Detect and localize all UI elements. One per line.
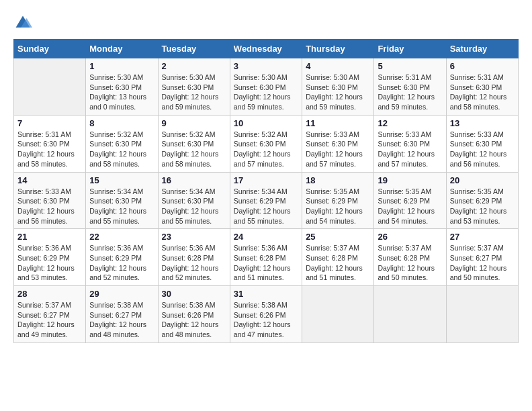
calendar-cell: 28Sunrise: 5:37 AM Sunset: 6:27 PM Dayli… xyxy=(14,286,86,343)
page-header xyxy=(13,13,519,32)
day-info: Sunrise: 5:37 AM Sunset: 6:28 PM Dayligh… xyxy=(306,243,370,283)
day-info: Sunrise: 5:34 AM Sunset: 6:29 PM Dayligh… xyxy=(234,187,298,226)
day-info: Sunrise: 5:36 AM Sunset: 6:29 PM Dayligh… xyxy=(17,243,82,283)
day-info: Sunrise: 5:32 AM Sunset: 6:30 PM Dayligh… xyxy=(234,130,298,169)
day-info: Sunrise: 5:35 AM Sunset: 6:29 PM Dayligh… xyxy=(378,187,442,226)
day-number: 11 xyxy=(306,118,370,128)
day-number: 22 xyxy=(89,232,154,242)
calendar-cell: 1Sunrise: 5:30 AM Sunset: 6:30 PM Daylig… xyxy=(86,58,158,116)
day-info: Sunrise: 5:31 AM Sunset: 6:30 PM Dayligh… xyxy=(378,73,442,112)
day-number: 15 xyxy=(89,175,154,185)
calendar-cell: 27Sunrise: 5:37 AM Sunset: 6:27 PM Dayli… xyxy=(446,229,518,286)
day-number: 8 xyxy=(89,118,154,128)
day-info: Sunrise: 5:37 AM Sunset: 6:27 PM Dayligh… xyxy=(450,243,515,283)
day-info: Sunrise: 5:35 AM Sunset: 6:29 PM Dayligh… xyxy=(450,187,515,226)
calendar-cell: 20Sunrise: 5:35 AM Sunset: 6:29 PM Dayli… xyxy=(446,172,518,229)
calendar-cell xyxy=(14,58,86,116)
day-header-tuesday: Tuesday xyxy=(158,40,230,58)
calendar-cell: 5Sunrise: 5:31 AM Sunset: 6:30 PM Daylig… xyxy=(374,58,446,116)
day-number: 12 xyxy=(378,118,442,128)
day-info: Sunrise: 5:37 AM Sunset: 6:27 PM Dayligh… xyxy=(17,300,82,340)
day-number: 6 xyxy=(450,61,515,71)
day-number: 14 xyxy=(17,175,82,185)
calendar-cell: 12Sunrise: 5:33 AM Sunset: 6:30 PM Dayli… xyxy=(374,115,446,172)
day-number: 28 xyxy=(17,289,82,299)
day-header-sunday: Sunday xyxy=(14,40,86,58)
day-number: 23 xyxy=(162,232,226,242)
day-number: 18 xyxy=(306,175,370,185)
day-number: 3 xyxy=(234,61,298,71)
calendar-cell: 22Sunrise: 5:36 AM Sunset: 6:29 PM Dayli… xyxy=(86,229,158,286)
calendar-cell: 24Sunrise: 5:36 AM Sunset: 6:28 PM Dayli… xyxy=(230,229,302,286)
day-number: 30 xyxy=(162,289,226,299)
day-info: Sunrise: 5:33 AM Sunset: 6:30 PM Dayligh… xyxy=(306,130,370,169)
day-info: Sunrise: 5:33 AM Sunset: 6:30 PM Dayligh… xyxy=(17,187,82,226)
day-info: Sunrise: 5:34 AM Sunset: 6:30 PM Dayligh… xyxy=(162,187,226,226)
day-header-wednesday: Wednesday xyxy=(230,40,302,58)
day-info: Sunrise: 5:31 AM Sunset: 6:30 PM Dayligh… xyxy=(450,73,515,112)
calendar-cell xyxy=(374,286,446,343)
calendar-cell: 23Sunrise: 5:36 AM Sunset: 6:28 PM Dayli… xyxy=(158,229,230,286)
day-number: 9 xyxy=(162,118,226,128)
calendar-cell: 7Sunrise: 5:31 AM Sunset: 6:30 PM Daylig… xyxy=(14,115,86,172)
calendar-cell: 29Sunrise: 5:38 AM Sunset: 6:27 PM Dayli… xyxy=(86,286,158,343)
day-info: Sunrise: 5:33 AM Sunset: 6:30 PM Dayligh… xyxy=(450,130,515,169)
day-header-saturday: Saturday xyxy=(446,40,518,58)
day-number: 13 xyxy=(450,118,515,128)
day-number: 17 xyxy=(234,175,298,185)
calendar-cell: 15Sunrise: 5:34 AM Sunset: 6:30 PM Dayli… xyxy=(86,172,158,229)
day-number: 26 xyxy=(378,232,442,242)
day-number: 5 xyxy=(378,61,442,71)
day-number: 24 xyxy=(234,232,298,242)
logo-icon xyxy=(13,13,32,32)
day-number: 10 xyxy=(234,118,298,128)
day-info: Sunrise: 5:30 AM Sunset: 6:30 PM Dayligh… xyxy=(89,73,154,112)
day-number: 7 xyxy=(17,118,82,128)
day-number: 2 xyxy=(162,61,226,71)
calendar-cell: 9Sunrise: 5:32 AM Sunset: 6:30 PM Daylig… xyxy=(158,115,230,172)
day-info: Sunrise: 5:36 AM Sunset: 6:28 PM Dayligh… xyxy=(162,243,226,283)
day-info: Sunrise: 5:32 AM Sunset: 6:30 PM Dayligh… xyxy=(162,130,226,169)
calendar-cell: 2Sunrise: 5:30 AM Sunset: 6:30 PM Daylig… xyxy=(158,58,230,116)
day-info: Sunrise: 5:38 AM Sunset: 6:26 PM Dayligh… xyxy=(162,300,226,340)
day-info: Sunrise: 5:38 AM Sunset: 6:27 PM Dayligh… xyxy=(89,300,154,340)
calendar-cell: 3Sunrise: 5:30 AM Sunset: 6:30 PM Daylig… xyxy=(230,58,302,116)
day-info: Sunrise: 5:30 AM Sunset: 6:30 PM Dayligh… xyxy=(162,73,226,112)
day-number: 29 xyxy=(89,289,154,299)
calendar-cell xyxy=(446,286,518,343)
day-number: 4 xyxy=(306,61,370,71)
calendar-cell: 18Sunrise: 5:35 AM Sunset: 6:29 PM Dayli… xyxy=(302,172,374,229)
calendar-cell: 26Sunrise: 5:37 AM Sunset: 6:28 PM Dayli… xyxy=(374,229,446,286)
calendar-cell: 11Sunrise: 5:33 AM Sunset: 6:30 PM Dayli… xyxy=(302,115,374,172)
calendar-cell: 31Sunrise: 5:38 AM Sunset: 6:26 PM Dayli… xyxy=(230,286,302,343)
calendar-header-row: SundayMondayTuesdayWednesdayThursdayFrid… xyxy=(14,40,519,58)
day-info: Sunrise: 5:37 AM Sunset: 6:28 PM Dayligh… xyxy=(378,243,442,283)
calendar-cell: 8Sunrise: 5:32 AM Sunset: 6:30 PM Daylig… xyxy=(86,115,158,172)
day-number: 20 xyxy=(450,175,515,185)
day-number: 31 xyxy=(234,289,298,299)
day-info: Sunrise: 5:30 AM Sunset: 6:30 PM Dayligh… xyxy=(306,73,370,112)
day-info: Sunrise: 5:34 AM Sunset: 6:30 PM Dayligh… xyxy=(89,187,154,226)
calendar-cell: 4Sunrise: 5:30 AM Sunset: 6:30 PM Daylig… xyxy=(302,58,374,116)
calendar-week-2: 7Sunrise: 5:31 AM Sunset: 6:30 PM Daylig… xyxy=(14,115,519,172)
day-info: Sunrise: 5:32 AM Sunset: 6:30 PM Dayligh… xyxy=(89,130,154,169)
day-info: Sunrise: 5:38 AM Sunset: 6:26 PM Dayligh… xyxy=(234,300,298,340)
calendar-week-1: 1Sunrise: 5:30 AM Sunset: 6:30 PM Daylig… xyxy=(14,58,519,116)
day-number: 1 xyxy=(89,61,154,71)
day-header-monday: Monday xyxy=(86,40,158,58)
calendar-week-3: 14Sunrise: 5:33 AM Sunset: 6:30 PM Dayli… xyxy=(14,172,519,229)
calendar-cell: 13Sunrise: 5:33 AM Sunset: 6:30 PM Dayli… xyxy=(446,115,518,172)
calendar-cell: 21Sunrise: 5:36 AM Sunset: 6:29 PM Dayli… xyxy=(14,229,86,286)
day-info: Sunrise: 5:35 AM Sunset: 6:29 PM Dayligh… xyxy=(306,187,370,226)
calendar-cell: 10Sunrise: 5:32 AM Sunset: 6:30 PM Dayli… xyxy=(230,115,302,172)
day-number: 16 xyxy=(162,175,226,185)
day-header-friday: Friday xyxy=(374,40,446,58)
calendar-cell: 17Sunrise: 5:34 AM Sunset: 6:29 PM Dayli… xyxy=(230,172,302,229)
day-info: Sunrise: 5:31 AM Sunset: 6:30 PM Dayligh… xyxy=(17,130,82,169)
day-number: 21 xyxy=(17,232,82,242)
day-info: Sunrise: 5:33 AM Sunset: 6:30 PM Dayligh… xyxy=(378,130,442,169)
calendar-cell: 16Sunrise: 5:34 AM Sunset: 6:30 PM Dayli… xyxy=(158,172,230,229)
calendar-cell: 25Sunrise: 5:37 AM Sunset: 6:28 PM Dayli… xyxy=(302,229,374,286)
day-info: Sunrise: 5:36 AM Sunset: 6:28 PM Dayligh… xyxy=(234,243,298,283)
calendar-cell: 30Sunrise: 5:38 AM Sunset: 6:26 PM Dayli… xyxy=(158,286,230,343)
